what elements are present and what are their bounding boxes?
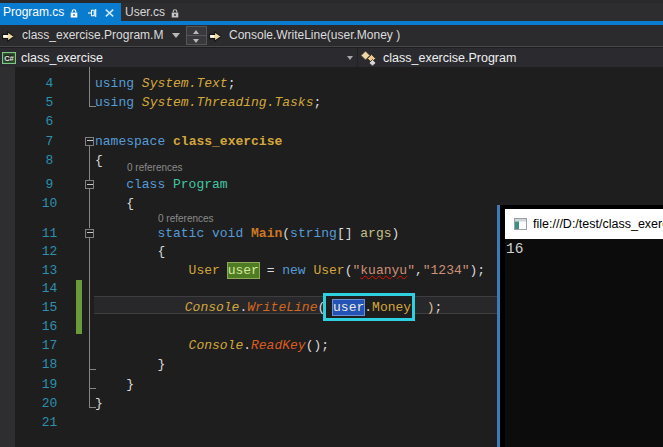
svg-text:C#: C# <box>4 54 14 63</box>
